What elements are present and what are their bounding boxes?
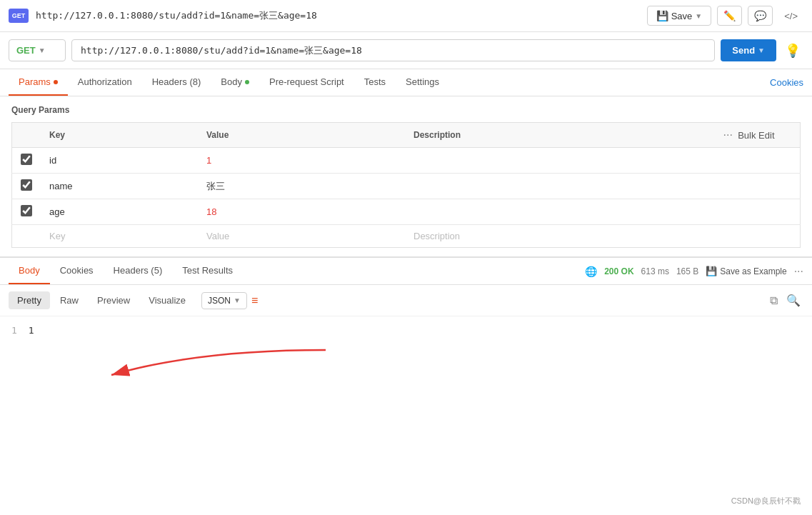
col-value: Value [198, 123, 405, 148]
param-key: id [41, 148, 198, 174]
send-chevron-icon: ▼ [758, 46, 765, 54]
top-bar: GET http://127.0.0.1:8080/stu/add?id=1&n… [0, 0, 812, 32]
param-key: Key [41, 225, 198, 248]
params-dot [54, 80, 58, 84]
table-row: age18 [12, 199, 801, 225]
code-line-1: 1 1 [11, 325, 801, 336]
response-section: Body Cookies Headers (5) Test Results 🌐 … [0, 257, 812, 394]
method-label: GET [16, 45, 36, 56]
line-number-1: 1 [11, 325, 17, 336]
param-key: name [41, 174, 198, 199]
tab-headers[interactable]: Headers (8) [142, 69, 211, 96]
red-arrow-svg [54, 343, 354, 382]
param-description [405, 199, 715, 225]
tab-body[interactable]: Body [211, 69, 259, 96]
resp-meta: 🌐 200 OK 613 ms 165 B 💾 Save as Example … [585, 265, 803, 278]
col-actions: ··· Bulk Edit [715, 123, 801, 148]
param-description [405, 148, 715, 174]
param-value: Value [198, 225, 405, 248]
fmt-tab-raw[interactable]: Raw [51, 291, 87, 309]
tab-tests[interactable]: Tests [354, 69, 396, 96]
save-example-button[interactable]: 💾 Save as Example [706, 266, 786, 276]
resp-tab-headers[interactable]: Headers (5) [104, 258, 173, 284]
ellipsis-button[interactable]: ··· [723, 129, 733, 141]
status-badge: 200 OK [604, 266, 633, 276]
bulb-icon-button[interactable]: 💡 [782, 40, 803, 61]
param-actions [715, 225, 801, 248]
format-type-dropdown[interactable]: JSON ▼ [201, 292, 247, 309]
row-checkbox-cell [12, 225, 41, 248]
copy-button[interactable]: ⧉ [767, 291, 781, 310]
method-chevron-icon: ▼ [39, 46, 46, 54]
format-chevron-icon: ▼ [234, 296, 241, 304]
fmt-tab-preview[interactable]: Preview [89, 291, 139, 309]
format-tabs: Pretty Raw Preview Visualize JSON ▼ ≡ ⧉ … [0, 285, 812, 316]
row-checkbox-cell [12, 199, 41, 225]
resp-tab-test-results[interactable]: Test Results [172, 258, 243, 284]
method-dropdown[interactable]: GET ▼ [9, 39, 66, 61]
response-more-button[interactable]: ··· [794, 265, 803, 278]
fmt-tab-pretty[interactable]: Pretty [9, 291, 50, 309]
query-params-title: Query Params [11, 105, 801, 115]
wrap-lines-button[interactable]: ≡ [249, 291, 261, 310]
url-input[interactable] [71, 39, 715, 61]
tab-params[interactable]: Params [9, 69, 68, 96]
col-description: Description [405, 123, 715, 148]
save-icon-small: 💾 [706, 266, 717, 276]
response-tabs: Body Cookies Headers (5) Test Results 🌐 … [0, 257, 812, 285]
method-badge: GET [9, 9, 29, 23]
tab-prerequest[interactable]: Pre-request Script [259, 69, 354, 96]
param-description: Description [405, 225, 715, 248]
globe-icon: 🌐 [585, 266, 597, 277]
col-checkbox [12, 123, 41, 148]
top-bar-url: http://127.0.0.1:8080/stu/add?id=1&name=… [36, 9, 640, 22]
param-value: 张三 [198, 174, 405, 199]
cookies-link[interactable]: Cookies [770, 70, 803, 95]
response-size: 165 B [676, 266, 698, 276]
param-actions [715, 174, 801, 199]
params-section: Query Params Key Value Description ··· B… [0, 96, 812, 256]
param-actions [715, 148, 801, 174]
top-bar-actions: 💾 Save ▼ ✏️ 💬 </> [647, 6, 803, 26]
param-description [405, 174, 715, 199]
param-checkbox[interactable] [21, 205, 32, 216]
search-button[interactable]: 🔍 [783, 291, 803, 310]
body-dot [245, 80, 249, 84]
code-view-button[interactable]: </> [778, 7, 803, 25]
comment-icon-button[interactable]: 💬 [748, 6, 773, 26]
resp-tab-cookies[interactable]: Cookies [50, 258, 104, 284]
save-button[interactable]: 💾 Save ▼ [647, 6, 712, 26]
save-icon: 💾 [656, 10, 668, 21]
code-value-1: 1 [29, 325, 34, 336]
col-key: Key [41, 123, 198, 148]
row-checkbox-cell [12, 174, 41, 199]
tab-settings[interactable]: Settings [396, 69, 449, 96]
param-actions [715, 199, 801, 225]
fmt-tab-visualize[interactable]: Visualize [140, 291, 194, 309]
param-checkbox[interactable] [21, 154, 32, 165]
resp-action-buttons: ⧉ 🔍 [767, 291, 803, 310]
table-row: id1 [12, 148, 801, 174]
edit-icon-button[interactable]: ✏️ [717, 6, 742, 26]
arrow-annotation [11, 343, 801, 386]
response-time: 613 ms [641, 266, 669, 276]
code-area: 1 1 [0, 316, 812, 394]
send-button[interactable]: Send ▼ [721, 39, 776, 61]
save-chevron-icon: ▼ [695, 12, 702, 20]
url-bar: GET ▼ Send ▼ 💡 [0, 32, 812, 69]
request-tabs: Params Authorization Headers (8) Body Pr… [0, 69, 812, 96]
table-row: name张三 [12, 174, 801, 199]
table-row: KeyValueDescription [12, 225, 801, 248]
resp-tab-body[interactable]: Body [9, 258, 50, 284]
bulk-edit-button[interactable]: Bulk Edit [738, 130, 774, 141]
row-checkbox-cell [12, 148, 41, 174]
params-table: Key Value Description ··· Bulk Edit id1n… [11, 122, 801, 248]
param-value: 18 [198, 199, 405, 225]
tab-authorization[interactable]: Authorization [68, 69, 142, 96]
param-checkbox[interactable] [21, 179, 32, 191]
param-key: age [41, 199, 198, 225]
param-value: 1 [198, 148, 405, 174]
